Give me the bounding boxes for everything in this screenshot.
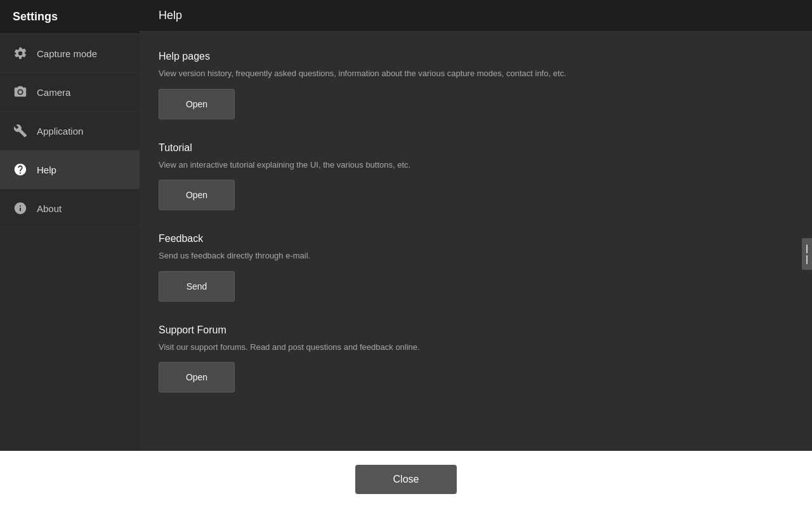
feedback-section: Feedback Send us feedback directly throu…: [159, 233, 793, 302]
gear-icon: [13, 46, 28, 61]
scroll-handle-line-2: [806, 255, 808, 264]
tutorial-title: Tutorial: [159, 142, 793, 154]
sidebar-item-application[interactable]: Application: [0, 112, 140, 150]
sidebar-item-capture-mode[interactable]: Capture mode: [0, 34, 140, 73]
info-icon: [13, 201, 28, 216]
sidebar-item-camera-label: Camera: [37, 87, 70, 98]
content-header: Help: [140, 0, 812, 32]
sidebar-item-help-label: Help: [37, 164, 56, 175]
sidebar-title: Settings: [0, 0, 140, 34]
support-forum-open-button[interactable]: Open: [159, 362, 235, 392]
app-container: Settings Capture mode Camera: [0, 0, 812, 508]
feedback-title: Feedback: [159, 233, 793, 244]
sidebar-item-camera[interactable]: Camera: [0, 73, 140, 112]
sidebar-item-about[interactable]: About: [0, 189, 140, 228]
help-pages-title: Help pages: [159, 51, 793, 62]
content-body: Help pages View version history, frequen…: [140, 32, 812, 451]
wrench-icon: [13, 123, 28, 138]
scroll-handle[interactable]: [802, 238, 812, 270]
main-area: Settings Capture mode Camera: [0, 0, 812, 451]
sidebar: Settings Capture mode Camera: [0, 0, 140, 451]
sidebar-item-about-label: About: [37, 203, 62, 214]
content-area: Help Help pages View version history, fr…: [140, 0, 812, 451]
question-icon: [13, 162, 28, 177]
tutorial-desc: View an interactive tutorial explaining …: [159, 159, 793, 171]
help-pages-open-button[interactable]: Open: [159, 89, 235, 119]
sidebar-item-application-label: Application: [37, 126, 83, 137]
support-forum-desc: Visit our support forums. Read and post …: [159, 341, 793, 354]
feedback-send-button[interactable]: Send: [159, 271, 235, 302]
tutorial-open-button[interactable]: Open: [159, 180, 235, 210]
tutorial-section: Tutorial View an interactive tutorial ex…: [159, 142, 793, 211]
support-forum-title: Support Forum: [159, 324, 793, 336]
bottom-bar: Close: [0, 451, 812, 508]
sidebar-item-help[interactable]: Help: [0, 150, 140, 189]
feedback-desc: Send us feedback directly through e-mail…: [159, 250, 793, 262]
sidebar-item-capture-mode-label: Capture mode: [37, 48, 97, 59]
help-pages-desc: View version history, frequently asked q…: [159, 67, 793, 80]
scroll-handle-line-1: [806, 244, 808, 253]
help-pages-section: Help pages View version history, frequen…: [159, 51, 793, 119]
support-forum-section: Support Forum Visit our support forums. …: [159, 324, 793, 393]
close-button[interactable]: Close: [355, 465, 457, 494]
camera-icon: [13, 84, 28, 100]
